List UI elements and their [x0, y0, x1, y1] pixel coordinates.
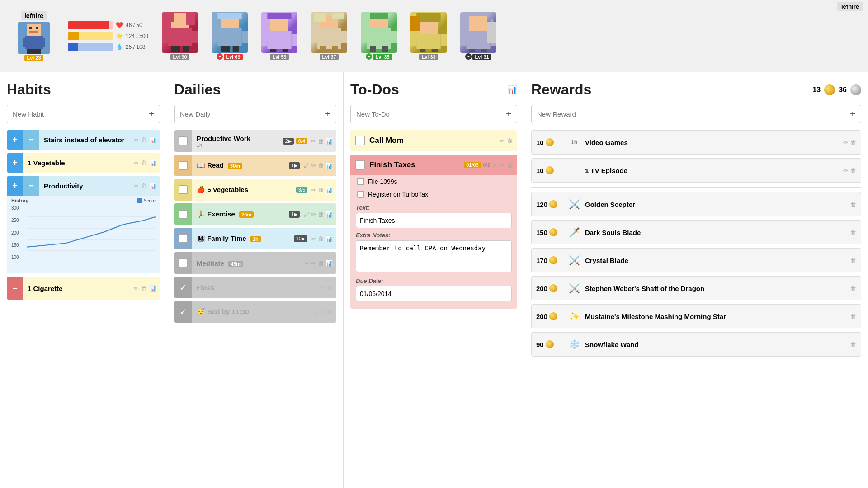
todo-taxes-sub1-check[interactable] — [357, 178, 364, 185]
habit-prod-minus[interactable]: − — [23, 176, 39, 196]
daily-read-chart[interactable]: 📊 — [326, 162, 333, 169]
todo-notes-textarea[interactable]: Remember to call CPA on Wednesday — [356, 240, 512, 272]
daily-fam-chart[interactable]: 📊 — [326, 235, 333, 242]
daily-med-arrows[interactable]: ↔ — [303, 260, 309, 267]
add-reward-button[interactable]: + — [844, 105, 861, 123]
daily-bed-arrows[interactable]: ↔ — [312, 309, 318, 315]
reward-tv-cost: 10 — [536, 167, 544, 174]
daily-med-check[interactable] — [174, 252, 192, 274]
daily-bed-delete[interactable]: 🗑 — [327, 309, 333, 315]
reward-gs-delete[interactable]: 🗑 — [850, 201, 856, 208]
daily-fam-check[interactable] — [174, 228, 192, 249]
todo-call-mom-edit[interactable]: ✏ — [500, 137, 505, 144]
daily-ex-pen[interactable]: 🖊 — [303, 211, 309, 218]
daily-fam-edit[interactable]: ✏ — [311, 235, 316, 242]
svg-rect-0 — [27, 24, 41, 36]
daily-ex-check[interactable] — [174, 203, 192, 225]
reward-cb-delete[interactable]: 🗑 — [850, 257, 856, 264]
rewards-column: Rewards 13 36 + 10 1h Video Games ✏ 🗑 — [524, 72, 868, 488]
todo-taxes-edit[interactable]: ✏ — [500, 162, 505, 169]
daily-pw-edit[interactable]: ✏ — [311, 138, 316, 145]
party-member-5: ● Lvl 35 — [361, 12, 397, 60]
reward-ds-cost: 150 — [536, 229, 547, 236]
add-todo-button[interactable]: + — [500, 105, 517, 123]
daily-pw-check[interactable] — [174, 130, 192, 152]
habit-stairs-minus[interactable]: − — [23, 130, 39, 150]
reward-sf-delete[interactable]: 🗑 — [850, 341, 856, 348]
todo-taxes-x[interactable]: ✕ — [492, 162, 497, 169]
daily-read-edit[interactable]: ✏ — [311, 162, 316, 169]
habit-prod-plus[interactable]: + — [7, 176, 23, 196]
daily-veg-delete[interactable]: 🗑 — [318, 187, 324, 193]
daily-pw-chart[interactable]: 📊 — [326, 138, 333, 145]
add-daily-button[interactable]: + — [320, 105, 336, 123]
new-todo-input[interactable] — [351, 106, 500, 122]
daily-floss-delete[interactable]: 🗑 — [327, 284, 333, 291]
daily-veg-edit[interactable]: ✏ — [311, 187, 316, 193]
habit-cig-minus[interactable]: − — [7, 277, 23, 300]
reward-tv-edit[interactable]: ✏ — [843, 167, 848, 174]
daily-read-delete[interactable]: 🗑 — [318, 162, 324, 169]
habit-stairs-delete[interactable]: 🗑 — [141, 136, 147, 143]
reward-mm-delete[interactable]: 🗑 — [850, 313, 856, 320]
habit-veg-edit[interactable]: ✏ — [134, 160, 139, 166]
todo-call-mom-check[interactable] — [355, 136, 365, 145]
new-reward-input[interactable] — [532, 106, 844, 122]
todo-taxes-delete[interactable]: 🗑 — [507, 162, 513, 169]
add-habit-button[interactable]: + — [143, 105, 160, 123]
daily-bed-edit[interactable]: ✏ — [320, 309, 325, 315]
todo-taxes-check[interactable] — [355, 160, 365, 170]
daily-ex-delete[interactable]: 🗑 — [318, 211, 324, 218]
habit-veg-plus[interactable]: + — [7, 153, 23, 173]
habit-veg-delete[interactable]: 🗑 — [141, 160, 147, 166]
new-daily-input[interactable] — [175, 106, 320, 122]
daily-bed-check[interactable]: ✓ — [174, 301, 192, 323]
reward-tv-delete[interactable]: 🗑 — [850, 167, 856, 174]
todo-taxes-progress: 0/2 — [483, 162, 490, 168]
svg-rect-41 — [367, 28, 391, 49]
daily-pw-delete[interactable]: 🗑 — [318, 138, 324, 145]
habit-cig-delete[interactable]: 🗑 — [141, 285, 147, 292]
daily-med-edit[interactable]: ✏ — [311, 260, 316, 267]
habit-veg-chart[interactable]: 📊 — [149, 160, 156, 166]
reward-vg-delete[interactable]: 🗑 — [850, 139, 856, 146]
habit-cig-chart[interactable]: 📊 — [149, 285, 156, 292]
habit-prod-delete[interactable]: 🗑 — [141, 183, 147, 189]
party-section: Lvl 90 ● Lvl 69 — [153, 12, 832, 60]
daily-ex-edit[interactable]: ✏ — [311, 211, 316, 218]
habit-stairs-plus[interactable]: + — [7, 130, 23, 150]
habit-cig-edit[interactable]: ✏ — [134, 285, 139, 292]
daily-floss-edit[interactable]: ✏ — [320, 284, 325, 291]
habit-vegetable: + 1 Vegetable ✏ 🗑 📊 — [7, 153, 160, 173]
new-habit-input[interactable] — [7, 106, 143, 122]
daily-floss-arrows[interactable]: ↔ — [312, 284, 318, 291]
habit-prod-edit[interactable]: ✏ — [134, 183, 139, 189]
habit-stairs-chart[interactable]: 📊 — [149, 136, 156, 143]
stats-section: ❤️ 46 / 50 ⭐ 124 / 500 💧 25 / 108 — [68, 21, 148, 51]
todo-call-mom-delete[interactable]: 🗑 — [507, 137, 513, 144]
daily-med-chart[interactable]: 📊 — [326, 260, 333, 267]
todo-taxes-sub2-check[interactable] — [357, 191, 364, 198]
habit-stairs-edit[interactable]: ✏ — [134, 136, 139, 143]
daily-read-check[interactable] — [174, 155, 192, 176]
daily-veg-chart[interactable]: 📊 — [326, 187, 333, 193]
reward-gs-coin — [549, 200, 557, 208]
todo-date-input[interactable] — [356, 286, 512, 301]
reward-sw-delete[interactable]: 🗑 — [850, 285, 856, 292]
habit-prod-chart[interactable]: 📊 — [149, 183, 156, 189]
daily-read-pen[interactable]: 🖊 — [303, 162, 309, 169]
todos-stats-icon[interactable]: 📊 — [507, 85, 517, 95]
reward-vg-edit[interactable]: ✏ — [843, 139, 848, 146]
daily-floss-check[interactable]: ✓ — [174, 277, 192, 298]
top-right-username: lefnire — [837, 2, 863, 11]
daily-ex-chart[interactable]: 📊 — [326, 211, 333, 218]
party-member-7: ● Lvl 31 — [460, 12, 496, 60]
daily-veg-check[interactable] — [174, 179, 192, 201]
daily-med-delete[interactable]: 🗑 — [318, 260, 324, 267]
todo-finish-taxes: Finish Taxes 01/06 0/2 ✕ ✏ 🗑 File 1099s … — [350, 155, 517, 309]
mp-bar: 💧 25 / 108 — [68, 43, 148, 51]
todo-text-input[interactable] — [356, 213, 512, 228]
daily-fam-delete[interactable]: 🗑 — [318, 235, 324, 242]
habit-veg-text: 1 Vegetable — [23, 153, 130, 173]
reward-ds-delete[interactable]: 🗑 — [850, 229, 856, 236]
